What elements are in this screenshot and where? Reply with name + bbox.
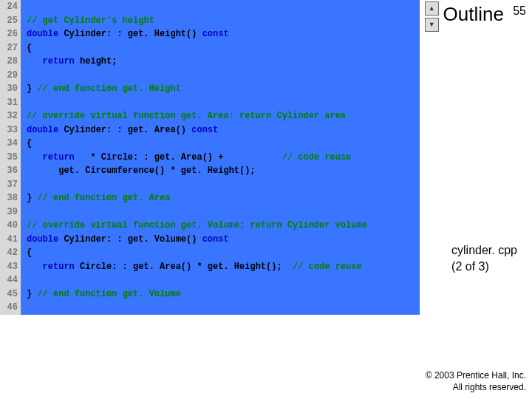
code-token: const — [202, 29, 229, 39]
outline-title: Outline — [443, 3, 504, 26]
code-token: { — [27, 138, 32, 149]
line-number: 36 — [0, 164, 21, 178]
code-line: 42{ — [0, 246, 420, 260]
line-number: 39 — [0, 205, 21, 219]
slide-number: 55 — [513, 4, 526, 18]
code-line: 34{ — [0, 137, 420, 151]
code-token: } — [27, 83, 37, 94]
line-number: 42 — [0, 246, 21, 260]
code-token: return — [43, 262, 75, 272]
code-token: get. Circumference() * get. Height(); — [27, 166, 256, 176]
code-token: // end function get. Area — [37, 193, 170, 203]
code-line: 31 — [0, 96, 420, 110]
copyright: © 2003 Prentice Hall, Inc. All rights re… — [426, 369, 526, 393]
line-number: 38 — [0, 191, 21, 205]
code-token: double — [27, 29, 58, 39]
code-token: Circle: : get. Area() * get. Height(); — [75, 262, 293, 272]
file-name: cylinder. cpp — [451, 242, 517, 259]
code-line: 30} // end function get. Height — [0, 82, 420, 96]
code-line: 37 — [0, 178, 420, 192]
outline-header: ▲ ▼ Outline — [425, 0, 504, 34]
line-number: 28 — [0, 55, 21, 69]
line-number: 30 — [0, 82, 21, 96]
arrow-up-icon[interactable]: ▲ — [425, 1, 439, 16]
code-line: 45} // end function get. Volume — [0, 287, 420, 301]
code-token: { — [27, 248, 32, 258]
code-token — [27, 56, 43, 66]
code-line: 25// get Cylinder's height — [0, 14, 420, 28]
code-line: 28 return height; — [0, 55, 420, 69]
code-token: // code reuse — [282, 152, 352, 163]
code-token: } — [27, 193, 37, 203]
code-line: 24 — [0, 0, 420, 14]
copyright-line2: All rights reserved. — [426, 381, 526, 393]
line-number: 37 — [0, 178, 21, 192]
code-token: Cylinder: : get. Volume() — [58, 234, 202, 245]
code-token: // end function get. Volume — [37, 289, 180, 299]
line-number: 35 — [0, 151, 21, 165]
code-line: 40// override virtual function get. Volu… — [0, 219, 420, 233]
code-line: 33double Cylinder: : get. Area() const — [0, 123, 420, 137]
arrow-down-icon[interactable]: ▼ — [425, 18, 439, 32]
line-number: 29 — [0, 69, 21, 83]
code-token: // end function get. Height — [37, 83, 180, 94]
code-line: 38} // end function get. Area — [0, 191, 420, 205]
line-number: 40 — [0, 219, 21, 233]
line-number: 45 — [0, 287, 21, 301]
code-token: Cylinder: : get. Height() — [58, 29, 202, 39]
line-number: 24 — [0, 0, 21, 14]
code-token: // code reuse — [293, 262, 362, 272]
code-line: 43 return Circle: : get. Area() * get. H… — [0, 260, 420, 274]
code-line: 39 — [0, 205, 420, 219]
line-number: 31 — [0, 96, 21, 110]
code-token: { — [27, 43, 32, 53]
line-number: 46 — [0, 301, 21, 315]
code-token: Cylinder: : get. Area() — [58, 125, 191, 135]
code-token: return — [43, 56, 75, 66]
code-token — [27, 152, 43, 163]
code-token — [27, 262, 43, 272]
code-line: 26double Cylinder: : get. Height() const — [0, 27, 420, 41]
code-token: // override virtual function get. Volume… — [27, 220, 367, 231]
file-part: (2 of 3) — [451, 259, 517, 275]
line-number: 41 — [0, 233, 21, 247]
code-line: 27{ — [0, 41, 420, 55]
code-token: * Circle: : get. Area() + — [75, 152, 282, 163]
file-label: cylinder. cpp (2 of 3) — [451, 242, 517, 274]
line-number: 43 — [0, 260, 21, 274]
line-number: 25 — [0, 14, 21, 28]
code-line: 46 — [0, 301, 420, 315]
code-token: } — [27, 289, 37, 299]
code-line: 41double Cylinder: : get. Volume() const — [0, 233, 420, 247]
code-listing: 2425// get Cylinder's height26double Cyl… — [0, 0, 420, 315]
code-line: 32// override virtual function get. Area… — [0, 109, 420, 123]
line-number: 26 — [0, 27, 21, 41]
nav-arrows: ▲ ▼ — [425, 1, 439, 34]
line-number: 34 — [0, 137, 21, 151]
line-number: 27 — [0, 41, 21, 55]
code-token: double — [27, 125, 58, 135]
code-token: const — [202, 234, 229, 245]
code-line: 29 — [0, 69, 420, 83]
copyright-line1: © 2003 Prentice Hall, Inc. — [426, 369, 526, 381]
line-number: 32 — [0, 109, 21, 123]
code-token: return — [43, 152, 75, 163]
code-token: height; — [75, 56, 117, 66]
code-line: 44 — [0, 273, 420, 287]
code-token: const — [191, 125, 218, 135]
code-token: // get Cylinder's height — [27, 16, 154, 26]
code-token: double — [27, 234, 58, 245]
code-line: 36 get. Circumference() * get. Height(); — [0, 164, 420, 178]
line-number: 33 — [0, 123, 21, 137]
line-number: 44 — [0, 273, 21, 287]
code-token: // override virtual function get. Area: … — [27, 111, 346, 121]
code-line: 35 return * Circle: : get. Area() + // c… — [0, 151, 420, 165]
